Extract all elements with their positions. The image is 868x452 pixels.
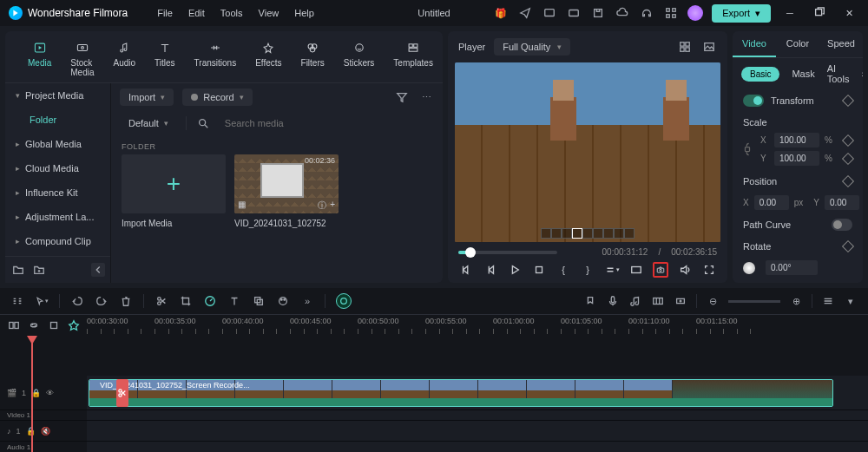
tab-effects[interactable]: Effects	[247, 38, 290, 79]
zoom-out-icon[interactable]: ⊖	[706, 294, 720, 308]
pathcurve-toggle[interactable]	[832, 219, 852, 231]
tl-track-lock-icon[interactable]	[7, 318, 20, 332]
keyframe-diamond[interactable]	[842, 134, 854, 146]
export-button[interactable]: Export▾	[712, 4, 771, 23]
tl-view-icon[interactable]	[821, 294, 835, 308]
keyframe-diamond[interactable]	[842, 95, 854, 107]
pos-y-input[interactable]	[825, 195, 859, 210]
sidebar-item-global-media[interactable]: ▸Global Media	[5, 132, 110, 156]
sort-dropdown[interactable]: Default▾	[120, 115, 177, 132]
tl-redo-icon[interactable]	[95, 294, 108, 308]
timeline-clip[interactable]: VID_20241031_102752_Screen Recorde...	[89, 379, 833, 407]
mark-in-button[interactable]: {	[556, 262, 571, 278]
ruler[interactable]: 00:00:30:0000:00:35:0000:00:40:0000:00:4…	[87, 315, 868, 336]
tl-render-icon[interactable]	[674, 294, 687, 308]
subtab-ai-tools[interactable]: AI Tools	[827, 63, 850, 84]
scale-y-input[interactable]	[774, 151, 819, 166]
props-tab-speed[interactable]: Speed	[819, 31, 863, 57]
menu-tools[interactable]: Tools	[220, 8, 243, 18]
tab-filters[interactable]: Filters	[293, 38, 333, 79]
tl-marker-icon[interactable]	[583, 294, 597, 308]
grid-view-icon[interactable]: ▦	[238, 200, 246, 212]
user-avatar[interactable]	[687, 5, 703, 21]
mark-out-button[interactable]: }	[580, 262, 595, 278]
split-marker[interactable]	[116, 379, 128, 407]
screen1-icon[interactable]	[542, 5, 557, 21]
tl-music-icon[interactable]	[628, 294, 642, 308]
snapshot-button[interactable]	[653, 262, 668, 278]
close-button[interactable]: ✕	[838, 3, 859, 23]
import-dropdown[interactable]: Import▾	[120, 88, 174, 106]
headset-icon[interactable]	[639, 5, 654, 21]
minimize-button[interactable]: ─	[779, 3, 800, 23]
tl-link-icon[interactable]	[27, 318, 40, 332]
search-input[interactable]	[220, 115, 434, 132]
eye-icon[interactable]: 👁	[46, 389, 54, 397]
tl-undo-icon[interactable]	[70, 294, 84, 308]
rotate-input[interactable]	[766, 260, 818, 275]
props-tab-color[interactable]: Color	[776, 31, 819, 57]
tl-delete-icon[interactable]	[119, 294, 133, 308]
tab-stickers[interactable]: Stickers	[335, 38, 384, 79]
sidebar-item-influence-kit[interactable]: ▸Influence Kit	[5, 180, 110, 205]
tl-copy-icon[interactable]	[252, 294, 266, 308]
pos-x-input[interactable]	[754, 195, 789, 210]
gift-icon[interactable]: 🎁	[493, 5, 509, 21]
collapse-sidebar-icon[interactable]	[91, 263, 105, 277]
tl-more-icon[interactable]: »	[300, 294, 314, 308]
zoom-in-icon[interactable]: ⊕	[789, 294, 803, 308]
sidebar-item-compound-clip[interactable]: ▸Compound Clip	[5, 229, 110, 253]
quality-select[interactable]: Full Quality▾	[494, 38, 570, 56]
sidebar-item-adjustment-layer[interactable]: ▸Adjustment La...	[5, 205, 110, 229]
stop-button[interactable]	[531, 262, 547, 278]
menu-edit[interactable]: Edit	[188, 8, 205, 18]
prev-frame-button[interactable]	[458, 262, 474, 278]
record-dropdown[interactable]: Record▾	[182, 88, 252, 106]
layout-icon[interactable]	[677, 39, 693, 55]
tl-auto-icon[interactable]	[67, 318, 80, 332]
tl-magnet-icon[interactable]	[47, 318, 60, 332]
save-icon[interactable]	[590, 5, 606, 21]
playhead[interactable]	[31, 336, 33, 452]
aspect-button[interactable]	[628, 262, 644, 278]
marker-dropdown[interactable]: ▾	[604, 262, 620, 278]
keyframe-diamond[interactable]	[842, 240, 854, 252]
cloud-icon[interactable]	[615, 5, 630, 21]
new-folder-icon[interactable]	[10, 262, 26, 278]
keyframe-diamond[interactable]	[842, 152, 854, 164]
menu-help[interactable]: Help	[294, 8, 314, 18]
video-preview[interactable]	[455, 62, 720, 242]
menu-view[interactable]: View	[259, 8, 279, 18]
tl-ai-icon[interactable]	[336, 293, 352, 309]
step-back-button[interactable]	[483, 262, 498, 278]
tab-stock-media[interactable]: Stock Media	[62, 38, 102, 79]
tl-mixer-icon[interactable]	[651, 294, 665, 308]
zoom-slider[interactable]	[728, 300, 780, 303]
menu-file[interactable]: File	[157, 8, 173, 18]
import-media-tile[interactable]: + Import Media	[122, 154, 226, 228]
add-icon[interactable]: +	[330, 200, 335, 212]
subtab-basic[interactable]: Basic	[741, 67, 779, 82]
play-button[interactable]	[507, 262, 523, 278]
media-clip-tile[interactable]: 00:02:36 ▦ ⓘ + VID_20241031_102752	[234, 154, 339, 228]
tab-templates[interactable]: Templates	[385, 38, 442, 79]
sidebar-item-project-media[interactable]: ▾Project Media	[5, 83, 110, 108]
props-tab-video[interactable]: Video	[733, 31, 776, 57]
rotate-knob[interactable]	[743, 262, 755, 274]
tl-split-icon[interactable]	[155, 294, 168, 308]
maximize-button[interactable]	[809, 3, 830, 23]
chevron-right-icon[interactable]: ›	[861, 66, 863, 82]
sidebar-item-cloud-media[interactable]: ▸Cloud Media	[5, 156, 110, 180]
tl-crop-icon[interactable]	[179, 294, 193, 308]
tl-expand-icon[interactable]	[10, 294, 24, 308]
scale-x-input[interactable]	[774, 133, 819, 147]
keyframe-diamond[interactable]	[842, 175, 854, 187]
sidebar-item-folder[interactable]: Folder	[5, 108, 110, 132]
tab-media[interactable]: Media	[19, 38, 60, 79]
mute-icon[interactable]: 🔇	[41, 427, 50, 436]
tl-cursor-icon[interactable]: ▾	[35, 294, 49, 308]
send-icon[interactable]	[517, 5, 533, 21]
tl-mic-icon[interactable]	[606, 294, 620, 308]
new-folder-plus-icon[interactable]	[31, 262, 47, 278]
tl-settings-icon[interactable]: ▾	[844, 294, 858, 308]
